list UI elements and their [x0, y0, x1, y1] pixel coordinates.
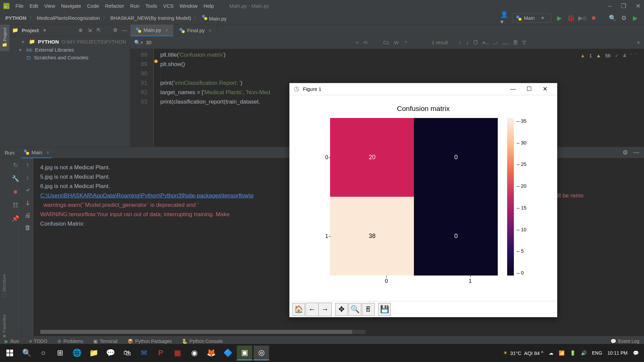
menu-edit[interactable]: Edit — [30, 3, 38, 9]
trash-icon[interactable]: 🗑 — [25, 224, 31, 231]
close-find-icon[interactable]: × — [637, 40, 640, 45]
run-config-dropdown[interactable]: Main ▼ — [512, 13, 551, 23]
menu-code[interactable]: Code — [87, 3, 99, 9]
forward-icon[interactable]: → — [319, 303, 331, 316]
maximize-icon[interactable]: ☐ — [521, 85, 537, 93]
minimize-icon[interactable]: – — [608, 2, 611, 10]
match-case-icon[interactable]: Cc — [383, 40, 389, 45]
collapse-icon[interactable]: ⇱ — [97, 27, 101, 33]
maximize-icon[interactable]: ❐ — [621, 2, 626, 10]
mail-icon[interactable]: ✉ — [136, 346, 152, 360]
regex-icon[interactable]: .* — [404, 40, 407, 45]
search-icon[interactable]: 🔍 — [609, 15, 616, 21]
add-selection-icon[interactable]: +⎵ — [482, 40, 488, 46]
editor-tab-main[interactable]: Main.py × — [130, 24, 174, 36]
inspection-summary[interactable]: ▲1 ▲56 ✓4 ˆ ˇ — [580, 51, 637, 60]
wifi-icon[interactable]: 📶 — [559, 350, 565, 356]
gear-icon[interactable]: ⚙ — [113, 27, 117, 33]
stop-icon[interactable]: ■ — [14, 188, 17, 195]
tool-problems[interactable]: ⊘Problems — [57, 339, 83, 344]
cortana-icon[interactable]: ○ — [36, 346, 51, 360]
clock[interactable]: 10:11 PM — [607, 350, 628, 356]
breadcrumb[interactable]: PYTHON — [5, 15, 26, 21]
wrench-icon[interactable]: 🔧 — [12, 175, 19, 182]
start-icon[interactable] — [2, 346, 17, 360]
clear-icon[interactable]: × — [356, 40, 359, 45]
explorer-icon[interactable]: 📁 — [86, 346, 101, 360]
debug-icon[interactable]: 🐞 — [568, 15, 574, 21]
tool-terminal[interactable]: ▣Terminal — [93, 339, 117, 344]
find-query[interactable]: 30 — [146, 40, 152, 45]
menu-tools[interactable]: Tools — [146, 3, 157, 9]
back-icon[interactable]: ← — [306, 303, 319, 316]
menu-run[interactable]: Run — [130, 3, 140, 9]
export-icon[interactable]: ☰ — [513, 40, 518, 46]
settings-icon[interactable]: ⚙ — [621, 15, 627, 21]
tool-todo[interactable]: ≡TODO — [29, 339, 47, 344]
volume-icon[interactable]: 🔊 — [581, 350, 587, 356]
menu-navigate[interactable]: Navigate — [61, 3, 81, 9]
project-tool-tab[interactable]: 📁 Project — [0, 24, 9, 51]
store-icon[interactable]: 🛍 — [119, 346, 135, 360]
weather-widget[interactable]: ☀ 31°C AQI 84 — [503, 350, 540, 356]
breadcrumb[interactable]: BHASKAR_NEW(By training Model) — [110, 15, 191, 21]
scroll-end-icon[interactable]: ⤓ — [25, 199, 30, 206]
onedrive-icon[interactable]: ☁ — [549, 350, 553, 356]
chevron-up-icon[interactable]: ^ — [541, 350, 543, 356]
menu-view[interactable]: View — [44, 3, 55, 9]
structure-tool-tab[interactable]: ⬚ Structure — [0, 272, 9, 301]
firefox-icon[interactable]: 🦊 — [203, 346, 219, 360]
hide-icon[interactable]: — — [633, 149, 639, 156]
close-icon[interactable]: ✕ — [636, 2, 641, 10]
run-icon[interactable]: ▶ — [556, 15, 563, 21]
menu-window[interactable]: Window — [179, 3, 197, 9]
save-icon[interactable]: 💾 — [378, 303, 391, 316]
menu-help[interactable]: Help — [204, 3, 214, 9]
run-anything-icon[interactable]: ▶ — [632, 15, 639, 21]
tool-python-packages[interactable]: 📦Python Packages — [127, 339, 172, 344]
breadcrumb[interactable]: Main.py — [202, 14, 227, 21]
figure-taskbar-icon[interactable]: ◎ — [254, 346, 269, 360]
app-icon[interactable]: P — [153, 346, 168, 360]
language-indicator[interactable]: ENG — [592, 350, 602, 356]
soft-wrap-icon[interactable]: ⤶ — [25, 186, 30, 194]
menu-file[interactable]: File — [15, 3, 23, 9]
tree-item-external[interactable]: ▸ ⎋⎋ External Libraries — [9, 46, 130, 54]
figure-title-bar[interactable]: Figure 1 — ☐ ✕ — [289, 83, 557, 95]
tool-event-log[interactable]: 💬Event Log — [610, 339, 639, 344]
tab-close-icon[interactable]: × — [165, 27, 168, 33]
user-icon[interactable]: 👤▾ — [501, 15, 507, 21]
battery-icon[interactable]: 🔋 — [570, 350, 576, 356]
rerun-icon[interactable]: ↻ — [13, 162, 18, 169]
tab-close-icon[interactable]: × — [209, 28, 211, 33]
remove-selection-icon[interactable]: ⎵- — [493, 40, 498, 46]
notifications-icon[interactable]: 💬 — [633, 350, 639, 356]
zoom-icon[interactable]: 🔍 — [348, 303, 361, 316]
next-match-icon[interactable]: ↓ — [466, 40, 469, 46]
prev-match-icon[interactable]: ↑ — [459, 40, 462, 46]
pycharm-icon[interactable]: ▣ — [237, 346, 252, 360]
tree-item-scratches[interactable]: 🗀 Scratches and Consoles — [9, 54, 130, 61]
menu-vcs[interactable]: VCS — [163, 3, 174, 9]
gear-icon[interactable]: ⚙ — [623, 149, 628, 156]
menu-refactor[interactable]: Refactor — [105, 3, 124, 9]
favorites-tool-tab[interactable]: ★ Favorites — [0, 312, 9, 341]
hide-icon[interactable]: — — [122, 27, 127, 33]
task-view-icon[interactable]: ⊞ — [52, 346, 68, 360]
run-tab[interactable]: Main × — [21, 147, 52, 158]
app-icon[interactable]: 🔷 — [220, 346, 235, 360]
tree-root[interactable]: ▸ 📁 PYTHON D:\MY PROJECTS\PYTHON — [9, 38, 130, 46]
down-icon[interactable]: ↓ — [26, 174, 29, 181]
select-all-icon[interactable]: ☐ — [473, 40, 478, 46]
coverage-icon[interactable]: ▶⎋ — [579, 15, 586, 21]
pan-icon[interactable]: ✥ — [335, 303, 348, 316]
expand-icon[interactable]: ⇲ — [88, 27, 92, 33]
minimize-icon[interactable]: — — [505, 86, 521, 93]
search-icon[interactable]: 🔍 — [19, 346, 34, 360]
print-icon[interactable]: 🖨 — [25, 212, 31, 219]
layout-icon[interactable]: ☷ — [13, 201, 18, 209]
whatsapp-icon[interactable]: 💬 — [103, 346, 118, 360]
edge-icon[interactable]: 🌐 — [69, 346, 85, 360]
tool-python-console[interactable]: 🐍Python Console — [182, 339, 223, 344]
system-tray[interactable]: ^ ☁ 📶 🔋 🔊 ENG 10:11 PM 💬 — [541, 350, 642, 356]
